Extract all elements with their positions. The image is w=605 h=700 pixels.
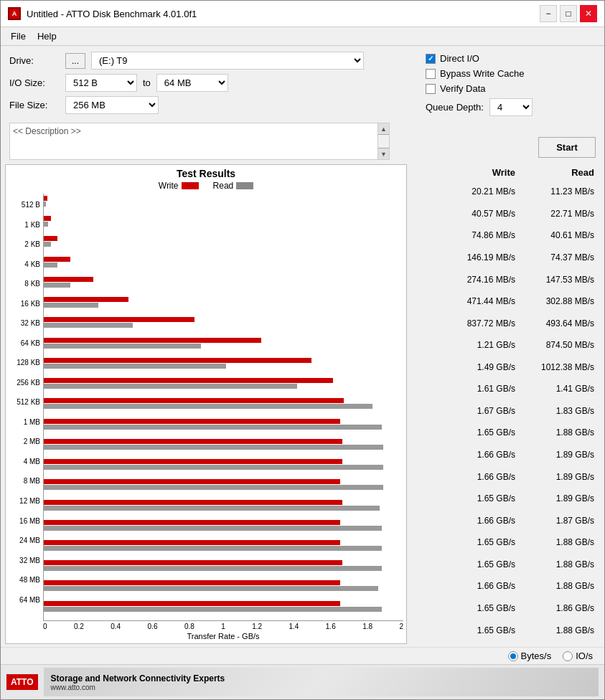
io-per-sec-option[interactable]: IO/s: [563, 651, 593, 661]
write-bar: [44, 520, 340, 525]
write-cell: 1.66 GB/s: [436, 516, 515, 526]
read-cell: 40.61 MB/s: [515, 230, 594, 240]
verify-data-label: Verify Data: [440, 83, 486, 94]
drive-row: Drive: ... (E:) T9: [9, 52, 418, 70]
read-bar: [44, 445, 383, 450]
direct-io-label: Direct I/O: [440, 53, 479, 64]
scroll-down-button[interactable]: ▼: [378, 148, 389, 159]
bypass-write-cache-checkbox[interactable]: [426, 69, 436, 79]
write-cell: 1.49 GB/s: [436, 362, 515, 372]
bar-group: [44, 438, 403, 458]
write-bar: [44, 398, 344, 403]
x-tick: 0: [43, 623, 47, 630]
direct-io-checkbox[interactable]: ✓: [426, 54, 436, 64]
write-bar: [44, 317, 194, 322]
queue-depth-select[interactable]: 4: [489, 98, 533, 116]
bar-group: [44, 195, 403, 215]
table-row: 837.72 MB/s493.64 MB/s: [413, 318, 600, 328]
read-bar: [44, 384, 297, 389]
read-bar: [44, 242, 51, 247]
io-size-label: I/O Size:: [9, 77, 60, 88]
write-cell: 1.65 GB/s: [436, 625, 515, 635]
verify-data-row: Verify Data: [426, 83, 596, 94]
io-size-from-select[interactable]: 512 B: [65, 74, 137, 92]
legend-read-label: Read: [213, 181, 234, 191]
read-cell: 1.88 GB/s: [515, 625, 594, 635]
io-label: IO/s: [576, 651, 593, 661]
x-tick: 0.2: [74, 623, 84, 630]
drive-select[interactable]: (E:) T9: [91, 52, 364, 70]
legend-read-color: [236, 182, 253, 189]
write-cell: 471.44 MB/s: [436, 296, 515, 306]
file-size-label: File Size:: [9, 100, 60, 110]
bar-group: [44, 580, 403, 600]
table-row: 74.86 MB/s40.61 MB/s: [413, 230, 600, 240]
table-row: 1.65 GB/s1.88 GB/s: [413, 537, 600, 547]
drive-browse-button[interactable]: ...: [65, 53, 85, 69]
file-size-select[interactable]: 256 MB: [65, 96, 159, 114]
read-bar: [44, 364, 226, 369]
close-button[interactable]: ✕: [580, 5, 597, 22]
read-bar: [44, 607, 382, 612]
table-row: 1.65 GB/s1.88 GB/s: [413, 559, 600, 569]
table-row: 1.65 GB/s1.89 GB/s: [413, 493, 600, 503]
start-button[interactable]: Start: [538, 137, 596, 158]
bar-group: [44, 215, 403, 235]
write-bar: [44, 601, 340, 606]
read-bar: [44, 586, 378, 591]
bytes-radio-inner: [510, 653, 516, 659]
write-bar: [44, 236, 57, 241]
bar-group: [44, 316, 403, 336]
data-table-header: Write Read: [413, 167, 600, 178]
write-bar: [44, 196, 47, 201]
write-bar: [44, 378, 333, 383]
bar-group: [44, 276, 403, 296]
write-cell: 1.65 GB/s: [436, 493, 515, 503]
write-bar: [44, 479, 340, 484]
bypass-write-cache-row: Bypass Write Cache: [426, 68, 596, 79]
maximize-button[interactable]: □: [560, 5, 577, 22]
read-bar: [44, 202, 46, 207]
read-bar: [44, 546, 382, 551]
write-bar: [44, 419, 340, 424]
chart-title: Test Results: [9, 168, 403, 179]
io-radio-button[interactable]: [563, 651, 573, 661]
read-col-header: Read: [515, 167, 594, 178]
write-bar: [44, 500, 342, 505]
io-size-row: I/O Size: 512 B to 64 MB: [9, 74, 418, 92]
bytes-per-sec-option[interactable]: Bytes/s: [508, 651, 552, 661]
verify-data-checkbox[interactable]: [426, 84, 436, 94]
queue-depth-label: Queue Depth:: [426, 102, 484, 113]
bytes-radio-button[interactable]: [508, 651, 518, 661]
write-bar: [44, 277, 93, 282]
write-bar: [44, 459, 342, 464]
minimize-button[interactable]: −: [540, 5, 557, 22]
write-cell: 146.19 MB/s: [436, 252, 515, 262]
read-bar: [44, 262, 57, 268]
bar-group: [44, 478, 403, 498]
read-cell: 1.86 GB/s: [515, 603, 594, 613]
read-bar: [44, 222, 48, 227]
read-cell: 74.37 MB/s: [515, 252, 594, 262]
read-bar: [44, 526, 382, 531]
x-axis-ticks: 00.20.40.60.811.21.41.61.82: [43, 621, 403, 630]
radio-group: Bytes/s IO/s: [508, 651, 593, 661]
footer-website: www.atto.com: [51, 684, 599, 691]
read-cell: 1.89 GB/s: [515, 472, 594, 482]
write-cell: 1.66 GB/s: [436, 581, 515, 591]
bar-group: [44, 519, 403, 539]
direct-io-checkmark: ✓: [428, 55, 433, 62]
write-cell: 1.21 GB/s: [436, 340, 515, 350]
chart-legend: Write Read: [9, 181, 403, 191]
read-cell: 1.88 GB/s: [515, 559, 594, 569]
chart-bars-area: [43, 194, 403, 621]
menu-help[interactable]: Help: [32, 29, 62, 44]
table-row: 1.65 GB/s1.88 GB/s: [413, 427, 600, 438]
menu-file[interactable]: File: [5, 29, 32, 44]
scroll-up-button[interactable]: ▲: [378, 123, 389, 135]
chart-row-labels: 512 B1 KB2 KB4 KB8 KB16 KB32 KB64 KB128 …: [9, 194, 43, 621]
bottom-controls: Bytes/s IO/s: [1, 647, 604, 664]
x-tick: 0.4: [111, 623, 121, 630]
io-size-to-select[interactable]: 64 MB: [156, 74, 228, 92]
write-cell: 1.66 GB/s: [436, 472, 515, 482]
